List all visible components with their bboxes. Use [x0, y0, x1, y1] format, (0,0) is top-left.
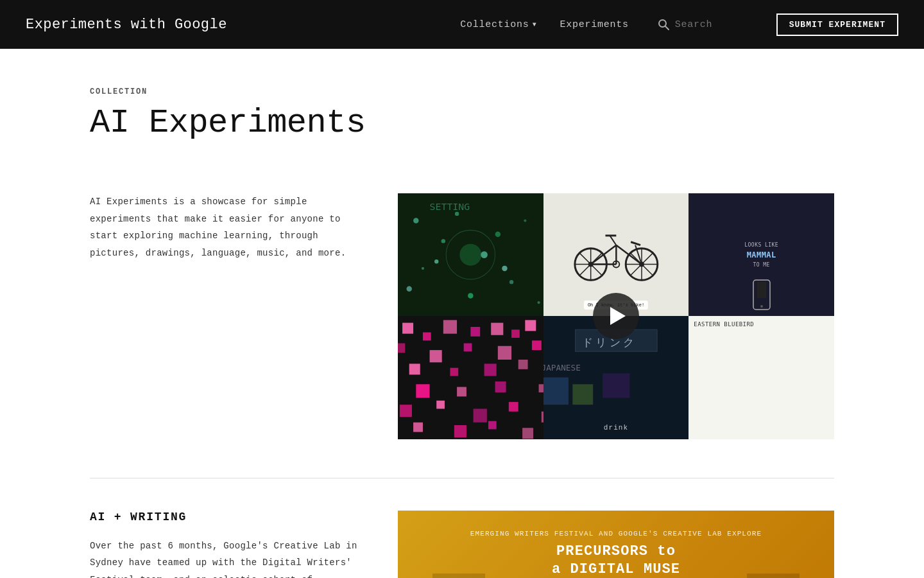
subsection-paragraph-1: Over the past 6 months, Google's Creativ… — [90, 538, 359, 579]
main-nav: Experiments with Google Collections ▼ Ex… — [0, 0, 924, 49]
hero-text: AI Experiments is a showcase for simple … — [90, 193, 359, 261]
subsection-play-overlay[interactable] — [398, 511, 834, 579]
brand-logo[interactable]: Experiments with Google — [26, 17, 227, 33]
nav-collections-link[interactable]: Collections ▼ — [460, 19, 536, 30]
play-button[interactable] — [593, 293, 639, 339]
submit-experiment-button[interactable]: SUBMIT EXPERIMENT — [776, 13, 898, 36]
svg-line-1 — [665, 26, 669, 30]
section-divider — [90, 478, 834, 478]
video-grid: SETTING — [398, 193, 834, 439]
search-area — [657, 18, 733, 31]
nav-experiments-link[interactable]: Experiments — [560, 19, 628, 30]
chevron-down-icon: ▼ — [533, 21, 537, 28]
subsection-writing: AI + WRITING Over the past 6 months, Goo… — [90, 511, 834, 579]
video-play-overlay[interactable] — [398, 193, 834, 439]
search-input[interactable] — [675, 19, 733, 30]
collection-title: AI Experiments — [90, 104, 834, 142]
subsection-text: AI + WRITING Over the past 6 months, Goo… — [90, 511, 359, 579]
experiments-label: Experiments — [560, 19, 628, 30]
hero-description: AI Experiments is a showcase for simple … — [90, 193, 359, 261]
collection-header: COLLECTION AI Experiments — [90, 49, 834, 193]
main-content: COLLECTION AI Experiments AI Experiments… — [64, 49, 860, 578]
collections-label: Collections — [460, 19, 529, 30]
collection-label: COLLECTION — [90, 87, 834, 96]
subsection-video: EMERGING WRITERS FESTIVAL AND GOOGLE'S C… — [398, 511, 834, 579]
hero-video-container[interactable]: SETTING — [398, 193, 834, 439]
search-icon[interactable] — [657, 18, 670, 31]
play-icon — [610, 307, 626, 325]
subsection-title: AI + WRITING — [90, 511, 359, 523]
subsection-video-container[interactable]: EMERGING WRITERS FESTIVAL AND GOOGLE'S C… — [398, 511, 834, 579]
nav-links: Collections ▼ Experiments SUBMIT EXPERIM… — [460, 13, 898, 36]
hero-section: AI Experiments is a showcase for simple … — [90, 193, 834, 439]
